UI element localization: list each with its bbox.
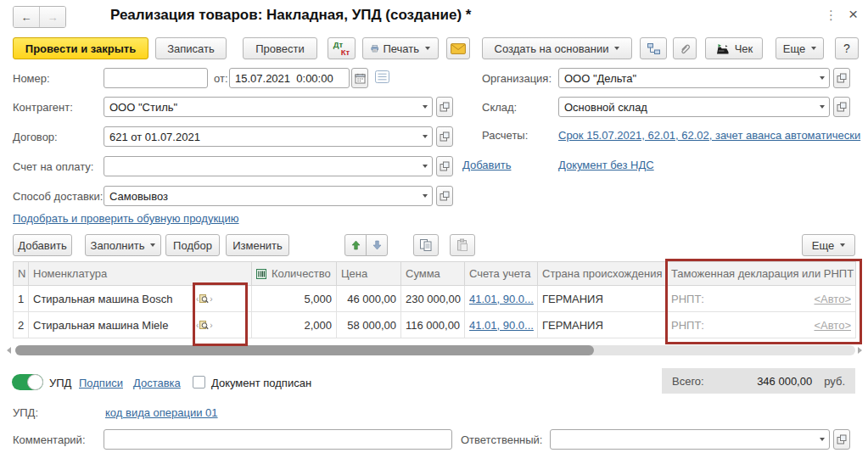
accounts-link[interactable]: 41.01, 90.0... xyxy=(469,293,534,305)
warehouse-open-button[interactable] xyxy=(833,97,850,117)
cell-customs[interactable]: РНПТ:<Авто> xyxy=(667,312,856,338)
row-pick-button[interactable]: Подбор xyxy=(165,234,220,256)
table-more-label: Еще xyxy=(812,239,834,252)
chevron-down-icon xyxy=(423,105,428,109)
toolbar-more-button[interactable]: Еще xyxy=(776,37,824,59)
cell-nomenclature[interactable]: Стиральная машина Bosch ‹› xyxy=(29,286,252,312)
cell-country[interactable]: ГЕРМАНИЯ xyxy=(538,286,667,312)
contract-input[interactable] xyxy=(104,131,416,143)
counterparty-open-button[interactable] xyxy=(436,97,453,117)
cell-n[interactable]: 2 xyxy=(14,312,29,338)
row-pick-label: Подбор xyxy=(173,239,212,252)
paste-rows-button[interactable] xyxy=(450,234,475,256)
counterparty-dropdown-button[interactable] xyxy=(416,98,432,116)
cell-price[interactable]: 46 000,00 xyxy=(337,286,401,312)
row-edit-button[interactable]: Изменить xyxy=(226,234,289,256)
chevron-down-icon xyxy=(423,135,428,138)
check-shoes-link[interactable]: Подобрать и проверить обувную продукцию xyxy=(13,212,239,225)
warehouse-dropdown-button[interactable] xyxy=(813,98,829,116)
dt-kt-button[interactable]: Дт Кт xyxy=(328,37,356,59)
invoice-open-button[interactable] xyxy=(436,156,453,176)
no-vat-link[interactable]: Документ без НДС xyxy=(558,159,654,171)
delivery-method-input[interactable] xyxy=(104,190,416,203)
receipt-button[interactable]: Чек xyxy=(705,37,763,59)
invoice-field-wrap xyxy=(104,156,433,176)
create-based-on-button[interactable]: Создать на основании xyxy=(482,37,632,59)
close-button[interactable]: × xyxy=(848,5,858,24)
delivery-method-open-button[interactable] xyxy=(436,186,453,206)
upd-operation-code-link[interactable]: код вида операции 01 xyxy=(105,406,218,419)
print-button[interactable]: Печать xyxy=(362,37,439,59)
number-input[interactable] xyxy=(104,72,207,85)
contract-dropdown-button[interactable] xyxy=(416,127,432,146)
upd-toggle[interactable] xyxy=(12,374,43,390)
document-signed-checkbox[interactable] xyxy=(193,376,205,389)
cell-accounts[interactable]: 41.01, 90.0... xyxy=(465,286,538,312)
organization-open-button[interactable] xyxy=(833,68,850,88)
warehouse-input[interactable] xyxy=(559,101,813,114)
copy-rows-button[interactable] xyxy=(413,234,439,256)
cell-accounts[interactable]: 41.01, 90.0... xyxy=(465,312,538,338)
contract-open-button[interactable] xyxy=(436,126,453,147)
scroll-left-button[interactable] xyxy=(7,347,11,354)
scrollbar-thumb[interactable] xyxy=(15,345,594,355)
rnpt-auto-link[interactable]: <Авто> xyxy=(814,319,851,332)
organization-dropdown-button[interactable] xyxy=(813,69,829,87)
chevron-down-icon xyxy=(820,76,825,80)
rnpt-auto-link[interactable]: <Авто> xyxy=(814,293,851,305)
window-menu-button[interactable]: ⋮ xyxy=(825,8,837,23)
move-down-button[interactable] xyxy=(366,234,388,256)
signatures-link[interactable]: Подписи xyxy=(79,377,123,389)
invoice-input[interactable] xyxy=(104,160,416,173)
email-button[interactable] xyxy=(446,37,470,59)
print-label: Печать xyxy=(383,42,419,55)
toggle-knob xyxy=(27,374,43,390)
marking-view-icon[interactable]: ‹› xyxy=(196,320,213,330)
col-header-customs: Таможенная декларация или РНПТ xyxy=(667,262,856,286)
cell-sum[interactable]: 116 000,00 xyxy=(401,312,465,338)
col-header-accounts: Счета учета xyxy=(465,262,538,286)
post-and-close-button[interactable]: Провести и закрыть xyxy=(13,37,148,59)
date-input[interactable] xyxy=(230,72,349,85)
cell-sum[interactable]: 230 000,00 xyxy=(401,286,465,312)
attachments-button[interactable] xyxy=(673,37,697,59)
cell-price[interactable]: 58 000,00 xyxy=(337,312,401,338)
responsible-input[interactable] xyxy=(551,433,813,446)
responsible-dropdown-button[interactable] xyxy=(813,430,829,449)
back-button[interactable]: ← xyxy=(14,7,40,27)
post-button[interactable]: Провести xyxy=(243,37,317,59)
add-invoice-link[interactable]: Добавить xyxy=(462,159,511,171)
delivery-link[interactable]: Доставка xyxy=(133,377,181,389)
counterparty-label: Контрагент: xyxy=(13,101,73,114)
horizontal-scrollbar[interactable] xyxy=(15,345,855,355)
counterparty-input[interactable] xyxy=(104,101,416,114)
row-fill-button[interactable]: Заполнить xyxy=(85,234,161,256)
write-button[interactable]: Записать xyxy=(155,37,227,59)
history-list-button[interactable] xyxy=(375,70,389,83)
marking-view-icon[interactable]: ‹› xyxy=(196,293,213,304)
cell-country[interactable]: ГЕРМАНИЯ xyxy=(538,312,667,338)
accounts-link[interactable]: 41.01, 90.0... xyxy=(469,319,534,332)
col-header-sum: Сумма xyxy=(401,262,465,286)
table-more-button[interactable]: Еще xyxy=(802,234,855,256)
structure-button[interactable] xyxy=(640,37,667,59)
cell-customs[interactable]: РНПТ:<Авто> xyxy=(667,286,856,312)
comment-input[interactable] xyxy=(104,433,451,446)
upd-toggle-label: УПД xyxy=(49,377,71,389)
row-add-button[interactable]: Добавить xyxy=(13,234,72,256)
cell-quantity[interactable]: 5,000 xyxy=(252,286,337,312)
cell-quantity[interactable]: 2,000 xyxy=(252,312,337,338)
scroll-right-button[interactable] xyxy=(858,347,862,354)
cell-nomenclature[interactable]: Стиральная машина Miele ‹› xyxy=(29,312,252,338)
forward-button[interactable]: → xyxy=(40,7,65,27)
responsible-open-button[interactable] xyxy=(833,429,850,450)
cell-n[interactable]: 1 xyxy=(14,286,29,312)
organization-input[interactable] xyxy=(559,72,813,85)
move-up-button[interactable] xyxy=(344,234,367,256)
help-button[interactable]: ? xyxy=(835,37,859,59)
delivery-method-dropdown-button[interactable] xyxy=(416,187,432,205)
invoice-dropdown-button[interactable] xyxy=(416,157,432,176)
calendar-button[interactable] xyxy=(351,68,368,88)
settlements-link[interactable]: Срок 15.07.2021, 62.01, 62.02, зачет ава… xyxy=(558,129,860,142)
printer-icon xyxy=(371,42,378,55)
